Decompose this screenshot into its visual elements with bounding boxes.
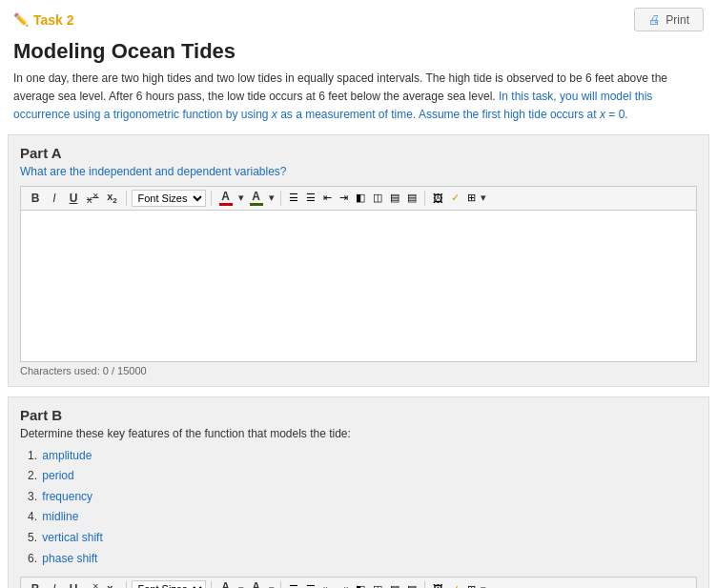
part-b-question: Determine these key features of the func…: [20, 427, 697, 440]
font-size-select[interactable]: Font Sizes: [132, 190, 206, 207]
list-label-2: period: [42, 469, 73, 482]
list-item: 4. midline: [28, 507, 697, 528]
part-a-question: What are the independent and dependent v…: [20, 165, 697, 178]
color-arrow-b1[interactable]: ▾: [237, 583, 245, 588]
part-a-editor[interactable]: [20, 210, 697, 362]
list-label-1: amplitude: [42, 449, 92, 462]
part-b-toolbar: B I U x✕ x2 Font Sizes A ▾ A ▾ ☰ ☰ ⇤ ⇥ ◧…: [20, 577, 697, 588]
table-arrow[interactable]: ▾: [481, 192, 486, 204]
check-button-b[interactable]: ✓: [448, 582, 462, 588]
align-justify-button-b[interactable]: ▤: [404, 582, 420, 588]
highlight-color-button[interactable]: A: [247, 190, 266, 207]
font-color-button-b[interactable]: A: [216, 580, 236, 588]
list-item: 2. period: [28, 466, 697, 487]
printer-icon: 🖨: [648, 12, 661, 27]
color-arrow-b2[interactable]: ▾: [268, 583, 276, 588]
table-button-b[interactable]: ⊞: [464, 582, 479, 588]
table-arrow-b[interactable]: ▾: [481, 583, 486, 588]
align-center-button[interactable]: ◫: [370, 191, 385, 205]
check-button[interactable]: ✓: [448, 191, 462, 205]
underline-button-b[interactable]: U: [65, 581, 82, 588]
subscript-button[interactable]: x2: [104, 190, 121, 206]
toolbar-sep-b1: [126, 581, 127, 588]
toolbar-sep-2: [211, 191, 212, 206]
image-button[interactable]: 🖼: [430, 192, 446, 205]
align-right-button[interactable]: ▤: [387, 191, 402, 205]
highlight-color-button-b[interactable]: A: [247, 580, 266, 588]
page-title: Modeling Ocean Tides: [0, 35, 717, 70]
list-label-5: vertical shift: [42, 531, 102, 544]
list-ordered-button[interactable]: ☰: [303, 191, 318, 205]
color-arrow-2[interactable]: ▾: [268, 192, 276, 204]
list-number-3: 3.: [28, 490, 37, 503]
pencil-icon: ✏️: [13, 12, 29, 27]
italic-button[interactable]: I: [46, 191, 63, 206]
strikethrough-button-b[interactable]: x✕: [84, 581, 102, 588]
list-unordered-button[interactable]: ☰: [286, 191, 301, 205]
part-a-char-count: Characters used: 0 / 15000: [20, 362, 697, 376]
toolbar-sep-b4: [424, 581, 425, 588]
list-number-4: 4.: [28, 510, 37, 523]
part-b-title: Part B: [20, 407, 697, 423]
task-title: ✏️ Task 2: [13, 12, 74, 28]
list-label-4: midline: [42, 510, 78, 523]
color-arrow-1[interactable]: ▾: [237, 192, 245, 204]
subscript-button-b[interactable]: x2: [104, 581, 121, 588]
underline-button[interactable]: U: [65, 191, 82, 206]
align-center-button-b[interactable]: ◫: [370, 582, 385, 588]
list-unordered-button-b[interactable]: ☰: [286, 582, 301, 588]
list-label-3: frequency: [42, 490, 92, 503]
indent-left-button-b[interactable]: ⇤: [320, 582, 335, 588]
indent-right-button-b[interactable]: ⇥: [337, 582, 351, 588]
toolbar-sep-3: [280, 191, 281, 206]
font-color-button[interactable]: A: [216, 190, 236, 207]
task-label: Task 2: [33, 12, 74, 28]
part-b-list: 1. amplitude 2. period 3. frequency 4. m…: [28, 446, 697, 570]
list-item: 1. amplitude: [28, 446, 697, 467]
align-left-button-b[interactable]: ◧: [353, 582, 368, 588]
align-right-button-b[interactable]: ▤: [387, 582, 402, 588]
font-size-select-b[interactable]: Font Sizes: [132, 580, 206, 588]
print-label: Print: [666, 13, 689, 27]
indent-right-button[interactable]: ⇥: [337, 191, 351, 205]
table-button[interactable]: ⊞: [464, 191, 479, 205]
list-label-6: phase shift: [42, 552, 97, 565]
image-button-b[interactable]: 🖼: [430, 582, 446, 588]
toolbar-sep-1: [126, 191, 127, 206]
part-a-title: Part A: [20, 145, 697, 161]
intro-text: In one day, there are two high tides and…: [0, 70, 717, 134]
bold-button[interactable]: B: [27, 191, 44, 206]
toolbar-sep-b3: [280, 581, 281, 588]
list-number-2: 2.: [28, 469, 37, 482]
part-a-toolbar: B I U x✕ x2 Font Sizes A ▾ A ▾ ☰ ☰ ⇤ ⇥ ◧…: [20, 186, 697, 210]
bold-button-b[interactable]: B: [27, 581, 44, 588]
header: ✏️ Task 2 🖨 Print: [0, 0, 717, 35]
list-item: 5. vertical shift: [28, 528, 697, 549]
list-ordered-button-b[interactable]: ☰: [303, 582, 318, 588]
part-b-section: Part B Determine these key features of t…: [8, 396, 709, 588]
list-item: 3. frequency: [28, 487, 697, 508]
strikethrough-button[interactable]: x✕: [84, 191, 102, 206]
toolbar-sep-4: [424, 191, 425, 206]
part-a-section: Part A What are the independent and depe…: [8, 134, 709, 387]
list-item: 6. phase shift: [28, 549, 697, 570]
print-button[interactable]: 🖨 Print: [634, 8, 704, 31]
list-number-6: 6.: [28, 552, 37, 565]
align-left-button[interactable]: ◧: [353, 191, 368, 205]
align-justify-button[interactable]: ▤: [404, 191, 420, 205]
list-number-5: 5.: [28, 531, 37, 544]
italic-button-b[interactable]: I: [46, 581, 63, 588]
toolbar-sep-b2: [211, 581, 212, 588]
list-number-1: 1.: [28, 449, 37, 462]
indent-left-button[interactable]: ⇤: [320, 191, 335, 205]
